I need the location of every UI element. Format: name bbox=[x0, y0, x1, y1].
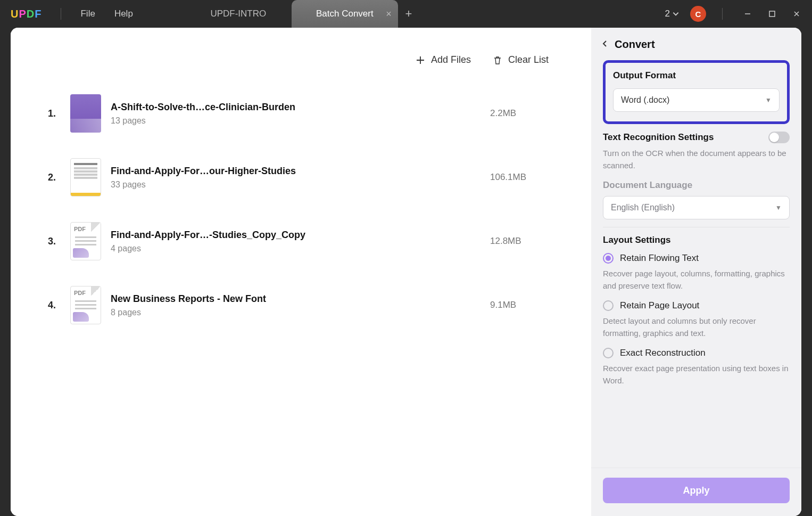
caret-down-icon: ▼ bbox=[765, 96, 772, 104]
svg-rect-0 bbox=[769, 11, 775, 17]
file-list-card: Add Files Clear List 1. A-Shift-to-Solve… bbox=[43, 40, 570, 342]
layout-option-label: Retain Flowing Text bbox=[620, 253, 699, 264]
caret-down-icon: ▼ bbox=[775, 204, 782, 211]
add-files-button[interactable]: Add Files bbox=[415, 54, 471, 65]
file-size: 12.8MB bbox=[490, 236, 554, 247]
apply-button[interactable]: Apply bbox=[603, 478, 790, 503]
panel-title: Convert bbox=[615, 38, 655, 51]
ocr-toggle[interactable] bbox=[768, 132, 790, 143]
separator bbox=[722, 8, 723, 20]
file-thumbnail bbox=[70, 158, 101, 196]
tab-updf-intro[interactable]: UPDF-INTRO bbox=[185, 0, 292, 28]
radio-icon bbox=[603, 300, 614, 311]
tab-label: UPDF-INTRO bbox=[210, 9, 266, 19]
avatar[interactable]: C bbox=[690, 6, 706, 22]
layout-option-hint: Recover exact page presentation using te… bbox=[603, 363, 790, 387]
file-pages: 8 pages bbox=[111, 308, 480, 317]
output-format-value: Word (.docx) bbox=[621, 95, 669, 105]
file-row[interactable]: 1. A-Shift-to-Solve-th…ce-Clinician-Burd… bbox=[43, 81, 559, 145]
close-icon[interactable]: × bbox=[386, 9, 392, 20]
file-info: Find-and-Apply-For…-Studies_Copy_Copy 4 … bbox=[111, 230, 480, 253]
clear-list-button[interactable]: Clear List bbox=[492, 54, 549, 65]
minimize-icon bbox=[744, 10, 751, 18]
window-minimize-button[interactable] bbox=[739, 6, 757, 22]
file-name: Find-and-Apply-For…-Studies_Copy_Copy bbox=[111, 230, 480, 241]
file-info: New Business Reports - New Font 8 pages bbox=[111, 293, 480, 317]
file-size: 2.2MB bbox=[490, 108, 554, 119]
back-button[interactable] bbox=[601, 38, 609, 51]
menu-help[interactable]: Help bbox=[105, 5, 143, 22]
add-files-label: Add Files bbox=[431, 54, 471, 65]
tab-batch-convert[interactable]: Batch Convert × bbox=[292, 0, 398, 28]
chevron-down-icon bbox=[672, 10, 680, 18]
radio-icon bbox=[603, 348, 614, 358]
file-size: 9.1MB bbox=[490, 300, 554, 310]
file-thumbnail bbox=[70, 94, 101, 133]
layout-option-flow[interactable]: Retain Flowing Text bbox=[603, 253, 790, 264]
output-format-label: Output Format bbox=[613, 70, 780, 81]
file-row[interactable]: 4. PDF New Business Reports - New Font 8… bbox=[43, 273, 559, 337]
file-name: A-Shift-to-Solve-th…ce-Clinician-Burden bbox=[111, 102, 480, 113]
app-logo: UPDF bbox=[11, 8, 42, 20]
file-index: 3. bbox=[48, 236, 61, 247]
titlebar: UPDF File Help UPDF-INTRO Batch Convert … bbox=[0, 0, 812, 28]
file-info: Find-and-Apply-For…our-Higher-Studies 33… bbox=[111, 166, 480, 190]
file-pages: 13 pages bbox=[111, 116, 480, 126]
plus-icon bbox=[415, 55, 426, 65]
file-index: 4. bbox=[48, 300, 61, 311]
output-format-select[interactable]: Word (.docx) ▼ bbox=[613, 88, 780, 112]
trash-icon bbox=[492, 55, 503, 65]
window-close-button[interactable] bbox=[788, 6, 806, 22]
main: Add Files Clear List 1. A-Shift-to-Solve… bbox=[11, 28, 801, 516]
layout-section: Layout Settings Retain Flowing Text Reco… bbox=[603, 227, 790, 403]
tab-label: Batch Convert bbox=[316, 9, 374, 19]
radio-icon bbox=[603, 253, 614, 264]
window-maximize-button[interactable] bbox=[763, 6, 781, 22]
layout-option-hint: Detect layout and columns but only recov… bbox=[603, 315, 790, 339]
file-row[interactable]: 3. PDF Find-and-Apply-For…-Studies_Copy_… bbox=[43, 209, 559, 273]
layout-option-label: Retain Page Layout bbox=[620, 300, 699, 311]
file-name: Find-and-Apply-For…our-Higher-Studies bbox=[111, 166, 480, 177]
ocr-section: Text Recognition Settings Turn on the OC… bbox=[603, 124, 790, 227]
file-index: 2. bbox=[48, 172, 61, 183]
file-list: 1. A-Shift-to-Solve-th…ce-Clinician-Burd… bbox=[43, 81, 559, 337]
file-pages: 4 pages bbox=[111, 244, 480, 253]
layout-option-label: Exact Reconstruction bbox=[620, 348, 706, 358]
language-select[interactable]: English (English) ▼ bbox=[603, 196, 790, 219]
content-area: Add Files Clear List 1. A-Shift-to-Solve… bbox=[11, 28, 591, 516]
layout-option-page[interactable]: Retain Page Layout bbox=[603, 300, 790, 311]
file-name: New Business Reports - New Font bbox=[111, 293, 480, 305]
open-docs-dropdown[interactable]: 2 bbox=[661, 6, 684, 21]
language-label: Document Language bbox=[603, 180, 790, 191]
separator bbox=[61, 8, 61, 20]
clear-list-label: Clear List bbox=[508, 54, 549, 65]
file-thumbnail: PDF bbox=[70, 286, 101, 324]
layout-option-exact[interactable]: Exact Reconstruction bbox=[603, 348, 790, 358]
panel-header: Convert bbox=[591, 28, 801, 60]
ocr-label: Text Recognition Settings bbox=[603, 132, 714, 143]
ocr-hint: Turn on the OCR when the document appear… bbox=[603, 148, 790, 171]
file-index: 1. bbox=[48, 108, 61, 119]
file-row[interactable]: 2. Find-and-Apply-For…our-Higher-Studies… bbox=[43, 145, 559, 209]
maximize-icon bbox=[768, 10, 776, 18]
output-format-section: Output Format Word (.docx) ▼ bbox=[603, 60, 790, 124]
list-toolbar: Add Files Clear List bbox=[43, 46, 559, 81]
convert-panel: Convert Output Format Word (.docx) ▼ Tex… bbox=[591, 28, 801, 516]
tabs: UPDF-INTRO Batch Convert × + bbox=[185, 0, 419, 28]
file-pages: 33 pages bbox=[111, 180, 480, 190]
panel-footer: Apply bbox=[591, 468, 801, 516]
chevron-left-icon bbox=[601, 39, 609, 48]
layout-option-hint: Recover page layout, columns, formatting… bbox=[603, 268, 790, 292]
file-size: 106.1MB bbox=[490, 172, 554, 183]
close-icon bbox=[793, 10, 800, 18]
layout-label: Layout Settings bbox=[603, 235, 790, 245]
menu-file[interactable]: File bbox=[71, 5, 104, 22]
language-value: English (English) bbox=[611, 203, 675, 212]
new-tab-button[interactable]: + bbox=[398, 0, 419, 28]
file-thumbnail: PDF bbox=[70, 222, 101, 260]
file-info: A-Shift-to-Solve-th…ce-Clinician-Burden … bbox=[111, 102, 480, 126]
